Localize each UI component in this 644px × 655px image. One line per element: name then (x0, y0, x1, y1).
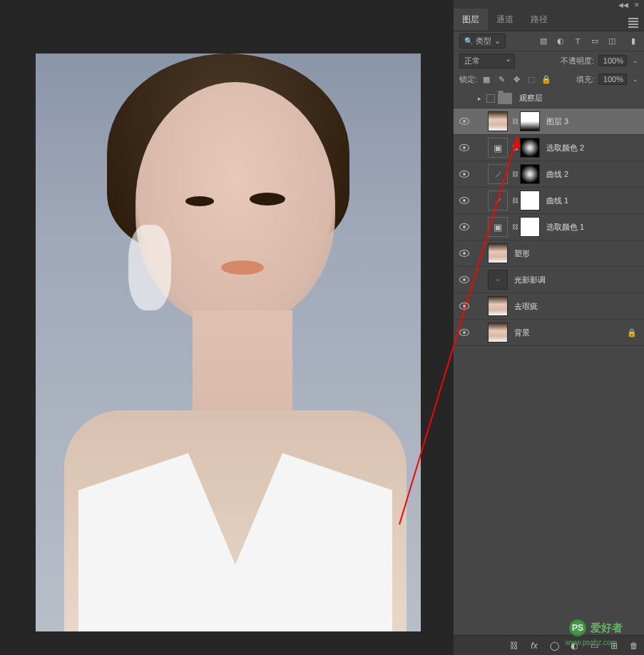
chevron-right-icon[interactable]: ▸ (475, 95, 484, 102)
layer-row-curves2[interactable]: ⟋ ⛓ 曲线 2 (454, 161, 644, 188)
mask-thumbnail[interactable] (520, 217, 540, 237)
filter-adjustment-icon[interactable]: ◐ (556, 36, 566, 46)
adjustment-thumbnail[interactable]: ▣ (488, 138, 508, 158)
group-color-swatch[interactable] (486, 94, 495, 103)
layer-row-background[interactable]: 背景 🔒 (454, 320, 644, 346)
link-layers-icon[interactable]: ⛓ (508, 640, 520, 651)
layer-name[interactable]: 塑形 (514, 248, 644, 259)
visibility-toggle[interactable] (454, 118, 475, 125)
layer-name[interactable]: 选取颜色 1 (546, 222, 644, 233)
layer-filter-row: 🔍 类型 ⌄ ▧ ◐ T ▭ ◫ ▮ (454, 31, 644, 51)
tab-paths[interactable]: 路径 (522, 9, 556, 31)
layer-thumbnail[interactable] (488, 296, 508, 316)
opacity-input[interactable]: 100% (598, 55, 627, 66)
eye-icon (459, 303, 469, 310)
visibility-toggle[interactable] (454, 303, 475, 310)
layer-name[interactable]: 观察层 (519, 93, 644, 103)
visibility-toggle[interactable] (454, 197, 475, 204)
layer-row-selcolor2[interactable]: ▣ ⛓ 选取颜色 2 (454, 135, 644, 161)
chevron-down-icon: ⌄ (494, 36, 501, 46)
lock-artboard-icon[interactable]: ⬚ (526, 74, 536, 84)
panel-tabs: 图层 通道 路径 (454, 10, 644, 31)
filter-type-icon[interactable]: T (573, 36, 583, 46)
visibility-toggle[interactable] (454, 223, 475, 230)
image-lips (221, 260, 264, 275)
layer-row-curves1[interactable]: ⟋ ⛓ 曲线 1 (454, 188, 644, 214)
layer-thumbnail[interactable] (488, 111, 508, 131)
blend-mode-row: 正常 不透明度: 100% ⌄ (454, 51, 644, 70)
layer-thumbnail[interactable]: ◦ (488, 270, 508, 290)
visibility-toggle[interactable] (454, 250, 475, 257)
canvas-area[interactable] (0, 0, 453, 655)
watermark-logo: PS (569, 619, 586, 636)
lock-transparency-icon[interactable]: ▩ (481, 74, 491, 84)
blend-mode-dropdown[interactable]: 正常 (459, 54, 515, 68)
layer-name[interactable]: 曲线 1 (546, 196, 644, 206)
layer-name[interactable]: 光影影调 (514, 275, 644, 285)
search-icon: 🔍 (464, 37, 473, 45)
tab-layers[interactable]: 图层 (454, 9, 488, 31)
watermark-text: 爱好者 (591, 621, 623, 635)
delete-layer-icon[interactable]: 🗑 (628, 640, 640, 651)
layer-row-blemish[interactable]: 去瑕疵 (454, 293, 644, 320)
lock-position-icon[interactable]: ✥ (511, 74, 521, 84)
layer-fx-icon[interactable]: fx (528, 640, 540, 651)
filter-smart-icon[interactable]: ◫ (607, 36, 617, 46)
mask-link-icon[interactable]: ⛓ (511, 171, 518, 178)
layer-name[interactable]: 去瑕疵 (514, 301, 644, 312)
visibility-toggle[interactable] (454, 144, 475, 151)
opacity-label: 不透明度: (561, 56, 594, 66)
mask-thumbnail[interactable] (520, 138, 540, 158)
filter-pixel-icon[interactable]: ▧ (538, 36, 548, 46)
tab-channels[interactable]: 通道 (488, 9, 522, 31)
lock-pixels-icon[interactable]: ✎ (496, 74, 506, 84)
layer-group-observe[interactable]: ▸ 观察层 (454, 88, 644, 108)
watermark-url: www.psahz.com (566, 639, 617, 646)
lock-label: 锁定: (459, 74, 477, 85)
fill-input[interactable]: 100% (598, 73, 627, 85)
mask-thumbnail[interactable] (520, 164, 540, 184)
layer-row-shaping[interactable]: 塑形 (454, 240, 644, 267)
opacity-chevron-icon[interactable]: ⌄ (633, 57, 638, 64)
lock-all-icon[interactable]: 🔒 (541, 74, 551, 84)
add-mask-icon[interactable]: ◯ (548, 640, 560, 651)
adjustment-thumbnail[interactable]: ▣ (488, 217, 508, 237)
collapse-left-icon[interactable]: ◀◀ (618, 1, 628, 9)
close-panel-icon[interactable]: ✕ (634, 1, 640, 9)
fill-label: 填充: (576, 74, 594, 85)
panel-menu-icon[interactable] (623, 16, 644, 31)
mask-thumbnail[interactable] (520, 191, 540, 210)
layer-name[interactable]: 背景 (514, 328, 627, 338)
layer-name[interactable]: 选取颜色 2 (546, 143, 644, 153)
adjustment-thumbnail[interactable]: ⟋ (488, 164, 508, 184)
image-eye (185, 196, 214, 206)
fill-chevron-icon[interactable]: ⌄ (633, 76, 638, 83)
mask-link-icon[interactable]: ⛓ (511, 144, 518, 151)
filter-type-dropdown[interactable]: 🔍 类型 ⌄ (459, 34, 506, 49)
visibility-toggle[interactable] (454, 276, 475, 283)
adjustment-thumbnail[interactable]: ⟋ (488, 191, 508, 210)
filter-toggle-icon[interactable]: ▮ (628, 36, 638, 46)
filter-shape-icon[interactable]: ▭ (590, 36, 600, 46)
visibility-toggle[interactable] (454, 171, 475, 178)
layer-row-lighting[interactable]: ◦ 光影影调 (454, 267, 644, 293)
mask-link-icon[interactable]: ⛓ (511, 118, 518, 125)
layer-name[interactable]: 曲线 2 (546, 169, 644, 180)
layer-thumbnail[interactable] (488, 243, 508, 263)
layer-row-selcolor1[interactable]: ▣ ⛓ 选取颜色 1 (454, 214, 644, 240)
image-earring (128, 225, 171, 310)
eye-icon (459, 276, 469, 283)
layers-panel: ◀◀ ✕ 图层 通道 路径 🔍 类型 ⌄ ▧ ◐ T ▭ ◫ ▮ 正常 不透明度… (453, 0, 644, 655)
filter-kind-label: 类型 (476, 36, 491, 46)
layer-thumbnail[interactable] (488, 323, 508, 342)
mask-thumbnail[interactable] (520, 111, 540, 131)
mask-link-icon[interactable]: ⛓ (511, 197, 518, 204)
eye-icon (459, 197, 469, 204)
layer-row-layer3[interactable]: ⛓ 图层 3 (454, 108, 644, 135)
layers-list: ▸ 观察层 ⛓ 图层 3 ▣ ⛓ 选取颜色 2 ⟋ ⛓ (454, 88, 644, 635)
visibility-toggle[interactable] (454, 329, 475, 336)
mask-link-icon[interactable]: ⛓ (511, 223, 518, 230)
canvas-document[interactable] (36, 54, 421, 631)
layer-name[interactable]: 图层 3 (546, 116, 644, 127)
eye-icon (459, 171, 469, 178)
